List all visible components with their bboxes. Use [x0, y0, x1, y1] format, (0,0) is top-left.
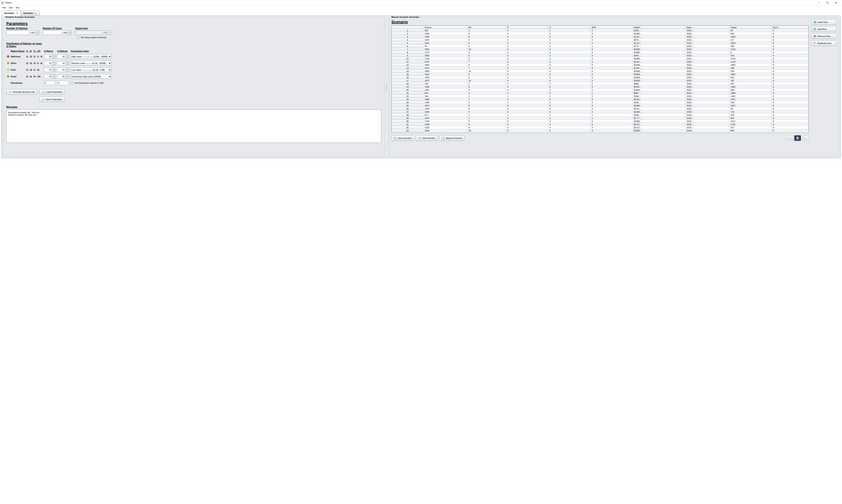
cell[interactable]: 951 — [729, 76, 772, 79]
cell[interactable]: 2015:... — [685, 92, 729, 95]
cell[interactable]: 7 — [467, 67, 506, 70]
cell[interactable]: 4 — [590, 123, 632, 126]
cell[interactable]: 8 — [467, 41, 506, 44]
table-row[interactable]: 1218829555$1000....2015:...16850 — [392, 64, 808, 67]
pct-ratings-spinner[interactable]: ▲▼ — [65, 54, 69, 59]
cell[interactable]: 3 — [506, 98, 548, 101]
table-row[interactable]: 2516749454$1000....2015:...15670 — [392, 104, 808, 107]
cell[interactable]: 4 — [506, 129, 548, 132]
cell[interactable]: 592 — [423, 29, 467, 32]
cell[interactable]: $1000.... — [632, 110, 685, 113]
cell[interactable]: 2015:... — [685, 44, 729, 48]
cell[interactable]: 1 — [467, 113, 506, 116]
tx-value-select[interactable]: High value ----------------[100$ , 1000$… — [70, 54, 111, 59]
pct-raters-spinner[interactable]: ▲▼ — [52, 68, 56, 72]
pct-raters-input[interactable] — [44, 61, 52, 65]
window-minimize-button[interactable] — [814, 0, 823, 5]
cell[interactable]: 1 — [467, 95, 506, 98]
cell[interactable]: $196.... — [632, 29, 685, 32]
cell[interactable]: 1 — [506, 95, 548, 98]
cell[interactable]: 854 — [729, 116, 772, 120]
cell[interactable]: 1090 — [729, 35, 772, 38]
cell[interactable]: 5 — [506, 110, 548, 113]
num-ratings-input[interactable] — [6, 31, 36, 35]
cell[interactable]: 2015:... — [685, 60, 729, 64]
cell[interactable]: 1996 — [423, 129, 467, 132]
menu-run[interactable]: Run — [14, 6, 21, 9]
cell[interactable]: 8 — [467, 85, 506, 88]
cell[interactable]: 4 — [506, 32, 548, 35]
cell[interactable]: 2015:... — [685, 104, 729, 107]
cell[interactable]: 2 — [548, 82, 590, 85]
scenario-table-wrap[interactable]: SourceRVPCSHCValue(...Date-...TargetOp-C… — [391, 25, 809, 133]
cell[interactable]: 4 — [548, 51, 590, 54]
cell[interactable]: 5 — [590, 110, 632, 113]
cell[interactable]: 3 — [548, 116, 590, 120]
cell[interactable]: 2015:... — [685, 85, 729, 88]
cell[interactable]: 10 — [467, 70, 506, 73]
cell[interactable]: 1515 — [423, 126, 467, 129]
cell[interactable]: $1.77.... — [632, 116, 685, 120]
cell[interactable]: 0 — [772, 57, 809, 60]
cell[interactable]: 1078 — [423, 38, 467, 41]
cell[interactable]: 1969 — [423, 32, 467, 35]
cell[interactable]: 1784 — [423, 120, 467, 123]
cell[interactable]: 4 — [548, 85, 590, 88]
table-row[interactable]: 183252222$580....2015:...5420 — [392, 82, 808, 85]
pct-ratings-input[interactable] — [57, 68, 65, 72]
cell[interactable]: 0 — [772, 51, 809, 54]
cell[interactable]: 5 — [548, 104, 590, 107]
tx-value-select[interactable]: Exclusively High value [1000$] — [70, 74, 111, 79]
cell[interactable]: 1132 — [729, 123, 772, 126]
cell[interactable]: 4 — [506, 60, 548, 64]
cell[interactable]: 1468 — [423, 98, 467, 101]
cell[interactable]: 5 — [548, 88, 590, 92]
cell[interactable]: 2015:... — [685, 79, 729, 82]
row-number[interactable]: 29 — [392, 116, 423, 120]
cell[interactable]: 9 — [467, 104, 506, 107]
cell[interactable]: 927 — [729, 126, 772, 129]
cell[interactable]: $1000.... — [632, 73, 685, 76]
cell[interactable]: 1475 — [423, 60, 467, 64]
cell[interactable]: 0 — [772, 85, 809, 88]
row-number[interactable]: 25 — [392, 104, 423, 107]
cell[interactable]: 1836 — [423, 110, 467, 113]
cell[interactable]: 7 — [467, 98, 506, 101]
cell[interactable]: $1000.... — [632, 70, 685, 73]
cell[interactable]: $1000.... — [632, 57, 685, 60]
table-row[interactable]: 3215158343$3.10....2016:...9270 — [392, 126, 808, 129]
cell[interactable]: 2 — [548, 101, 590, 104]
cell[interactable]: 4 — [590, 67, 632, 70]
row-number[interactable]: 12 — [392, 64, 423, 67]
row-number[interactable]: 3 — [392, 35, 423, 38]
cell[interactable]: 181 — [729, 79, 772, 82]
cell[interactable]: 1110 — [729, 60, 772, 64]
cell[interactable]: 455 — [729, 32, 772, 35]
cell[interactable]: $1000.... — [632, 129, 685, 132]
generate-scenario-button[interactable]: Generate Scenario File — [6, 89, 37, 95]
cell[interactable]: 2015:... — [685, 29, 729, 32]
pct-ratings-input[interactable] — [57, 74, 65, 78]
cell[interactable]: 4 — [506, 120, 548, 123]
cell[interactable]: 4 — [590, 73, 632, 76]
cell[interactable]: 1395 — [423, 107, 467, 110]
cell[interactable]: 4 — [548, 60, 590, 64]
cell[interactable]: $1000.... — [632, 32, 685, 35]
cell[interactable]: 3 — [548, 35, 590, 38]
cell[interactable]: 2016:... — [685, 113, 729, 116]
pct-raters-spinner[interactable]: ▲▼ — [52, 74, 56, 78]
scenario-col-header[interactable] — [392, 26, 423, 29]
cell[interactable]: 5 — [548, 110, 590, 113]
cell[interactable]: 2015:... — [685, 35, 729, 38]
table-row[interactable]: 1314217344$1.85....2015:...3380 — [392, 67, 808, 70]
cell[interactable]: 2015:... — [685, 107, 729, 110]
row-number[interactable]: 34 — [392, 132, 423, 133]
cell[interactable]: 3 — [506, 67, 548, 70]
row-number[interactable]: 23 — [392, 98, 423, 101]
cell[interactable]: 9 — [467, 32, 506, 35]
cell[interactable]: 2016:... — [685, 116, 729, 120]
cell[interactable]: 1971 — [729, 98, 772, 101]
cell[interactable]: 325 — [423, 82, 467, 85]
tx-value-select[interactable]: Low value ----------------[0.1$ , 3.9$] — [70, 68, 111, 72]
cell[interactable]: 3 — [590, 116, 632, 120]
